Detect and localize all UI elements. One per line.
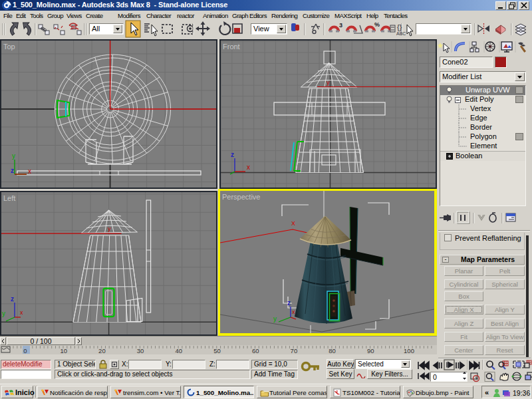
svg-text:Perspective: Perspective [222,193,260,201]
svg-text:70: 70 [291,347,298,354]
svg-text:90: 90 [367,347,374,354]
svg-text:60: 60 [252,347,259,354]
svg-text:20: 20 [98,347,106,354]
svg-text:%: % [374,21,380,28]
svg-text:Left: Left [3,194,15,202]
svg-text:Front: Front [223,43,240,51]
svg-text:y: y [12,152,15,160]
svg-text:X: X [291,220,295,227]
svg-text:{}: {} [397,23,402,31]
svg-text:x: x [28,168,31,175]
svg-text:x: x [247,164,250,171]
svg-text:x: x [292,309,295,315]
svg-text:50: 50 [213,347,221,354]
svg-text:80: 80 [329,347,336,354]
svg-text:z: z [11,295,14,303]
svg-text:y: y [108,225,111,232]
svg-text:40: 40 [176,347,183,354]
svg-text:z: z [287,299,291,307]
svg-text:3: 3 [339,22,342,29]
svg-text:Top: Top [3,43,15,51]
svg-text:y: y [327,79,330,86]
svg-text:ABC: ABC [396,31,406,36]
svg-text:y: y [273,315,277,323]
svg-text:z: z [231,151,234,158]
svg-text:x: x [20,309,23,316]
svg-text:y: y [2,310,5,317]
svg-text:30: 30 [137,347,144,354]
svg-text:0: 0 [23,347,27,354]
svg-text:10: 10 [60,347,67,354]
svg-text:100: 100 [404,347,414,354]
svg-text:z: z [11,167,14,174]
